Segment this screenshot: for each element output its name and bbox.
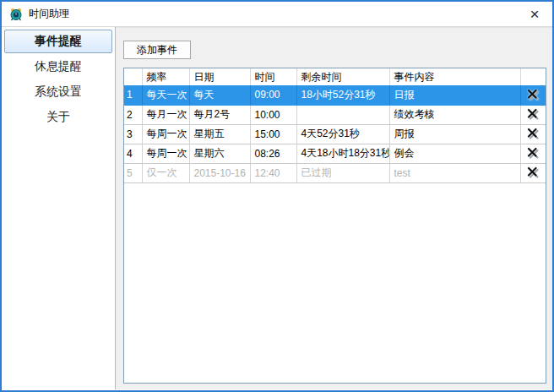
cell-date: 星期六 — [189, 144, 250, 163]
sidebar: 事件提醒休息提醒系统设置关于 — [2, 27, 116, 389]
sidebar-item-1[interactable]: 休息提醒 — [4, 54, 112, 79]
cell-time: 10:00 — [250, 105, 296, 124]
event-table: 频率 日期 时间 剩余时间 事件内容 1 每天一次 每天 09:00 18小时5… — [123, 68, 546, 384]
cell-remaining: 已过期 — [296, 163, 389, 182]
cell-content: 绩效考核 — [389, 105, 520, 124]
delete-event-icon[interactable] — [527, 89, 540, 101]
cell-rownum: 2 — [124, 105, 142, 124]
column-header-date[interactable]: 日期 — [189, 68, 250, 85]
sidebar-item-2[interactable]: 系统设置 — [4, 79, 112, 105]
cell-frequency: 每周一次 — [142, 124, 189, 144]
cell-date: 每月2号 — [189, 105, 250, 124]
sidebar-item-3[interactable]: 关于 — [4, 105, 112, 130]
window-title: 时间助理 — [29, 7, 69, 21]
delete-event-icon[interactable] — [527, 108, 540, 121]
cell-content: 周报 — [389, 124, 520, 144]
column-header-rownum[interactable] — [124, 68, 142, 85]
cell-date: 2015-10-16 — [189, 163, 250, 182]
cell-delete — [520, 85, 546, 105]
cell-content: 例会 — [389, 144, 520, 163]
table-row[interactable]: 4 每周一次 星期六 08:26 4天18小时18分31秒 例会 — [124, 144, 546, 163]
cell-date: 星期五 — [189, 124, 250, 144]
close-button[interactable]: × — [517, 2, 552, 26]
cell-delete — [520, 105, 546, 124]
cell-frequency: 每天一次 — [142, 85, 189, 105]
column-header-content[interactable]: 事件内容 — [389, 68, 520, 85]
cell-time: 15:00 — [250, 124, 296, 144]
alarm-clock-icon — [9, 8, 23, 21]
cell-delete — [520, 163, 546, 182]
cell-frequency: 每周一次 — [142, 144, 189, 163]
cell-rownum: 5 — [124, 163, 142, 182]
delete-event-icon[interactable] — [527, 128, 540, 140]
cell-time: 09:00 — [250, 85, 296, 105]
cell-time: 12:40 — [250, 163, 296, 182]
cell-content: test — [389, 163, 520, 182]
content-area: 事件提醒休息提醒系统设置关于 添加事件 频率 日期 时间 — [2, 27, 552, 389]
table-row[interactable]: 2 每月一次 每月2号 10:00 绩效考核 — [124, 105, 546, 124]
app-window: 时间助理 × 事件提醒休息提醒系统设置关于 添加事件 频率 日期 — [0, 0, 554, 392]
cell-time: 08:26 — [250, 144, 296, 163]
main-panel: 添加事件 频率 日期 时间 剩余时间 事件内容 — [116, 27, 552, 389]
add-event-button[interactable]: 添加事件 — [123, 41, 191, 59]
cell-content: 日报 — [389, 85, 520, 105]
cell-rownum: 3 — [124, 124, 142, 144]
column-header-frequency[interactable]: 频率 — [142, 68, 189, 85]
cell-date: 每天 — [189, 85, 250, 105]
cell-frequency: 仅一次 — [142, 163, 189, 182]
delete-event-icon[interactable] — [527, 147, 540, 160]
cell-remaining: 18小时52分31秒 — [296, 85, 389, 105]
cell-delete — [520, 124, 546, 144]
table-row[interactable]: 1 每天一次 每天 09:00 18小时52分31秒 日报 — [124, 85, 546, 105]
cell-remaining: 4天52分31秒 — [296, 124, 389, 144]
cell-rownum: 4 — [124, 144, 142, 163]
table-header-row: 频率 日期 时间 剩余时间 事件内容 — [124, 68, 546, 85]
table-row[interactable]: 3 每周一次 星期五 15:00 4天52分31秒 周报 — [124, 124, 546, 144]
cell-remaining — [296, 105, 389, 124]
cell-rownum: 1 — [124, 85, 142, 105]
column-header-actions[interactable] — [520, 68, 546, 85]
column-header-remaining[interactable]: 剩余时间 — [296, 68, 389, 85]
titlebar: 时间助理 × — [2, 2, 552, 27]
cell-frequency: 每月一次 — [142, 105, 189, 124]
sidebar-item-0[interactable]: 事件提醒 — [4, 30, 112, 53]
cell-delete — [520, 144, 546, 163]
cell-remaining: 4天18小时18分31秒 — [296, 144, 389, 163]
delete-event-icon[interactable] — [527, 166, 540, 179]
table-row[interactable]: 5 仅一次 2015-10-16 12:40 已过期 test — [124, 163, 546, 182]
column-header-time[interactable]: 时间 — [250, 68, 296, 85]
